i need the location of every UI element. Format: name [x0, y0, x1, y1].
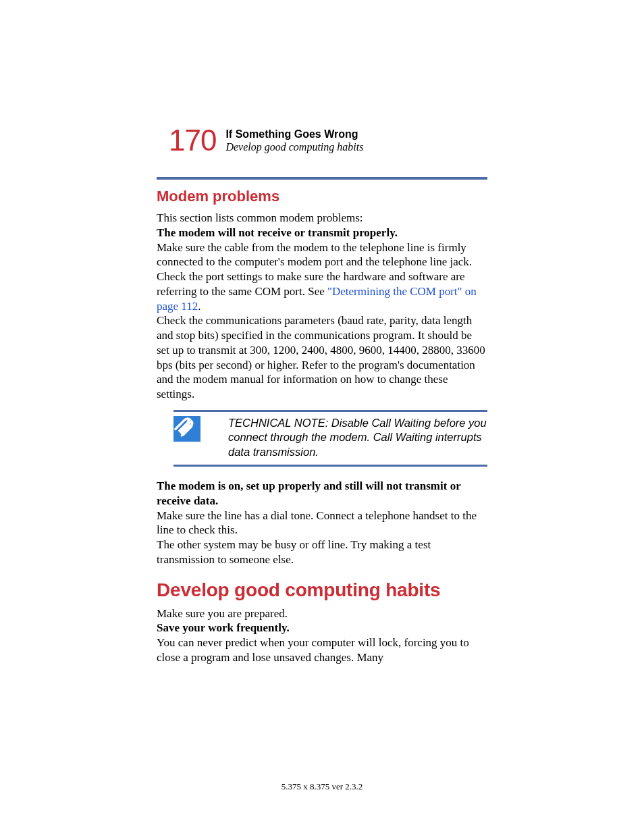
running-header: 170 If Something Goes Wrong Develop good…: [169, 126, 485, 155]
problem-title-2: The modem is on, set up properly and sti…: [157, 479, 487, 509]
page-content: Modem problems This section lists common…: [157, 177, 487, 665]
wrench-icon: [173, 416, 200, 442]
header-text-group: If Something Goes Wrong Develop good com…: [225, 128, 363, 153]
note-rule-bottom: [173, 465, 487, 467]
problem-2-para-2: The other system may be busy or off line…: [157, 538, 487, 567]
subheading-modem-problems: Modem problems: [157, 188, 487, 205]
problem-title-1: The modem will not receive or transmit p…: [157, 226, 487, 240]
problem-2-para-1: Make sure the line has a dial tone. Conn…: [157, 509, 487, 538]
problem-1-para-1: Make sure the cable from the modem to th…: [157, 240, 487, 270]
technical-note-block: TECHNICAL NOTE: Disable Call Waiting bef…: [173, 410, 487, 467]
major-heading-develop-habits: Develop good computing habits: [157, 579, 487, 601]
note-inner: TECHNICAL NOTE: Disable Call Waiting bef…: [173, 412, 487, 465]
save-work-para-1: You can never predict when your computer…: [157, 635, 487, 665]
technical-note-text: TECHNICAL NOTE: Disable Call Waiting bef…: [228, 416, 487, 459]
chapter-title: If Something Goes Wrong: [225, 128, 363, 140]
problem-1-para-3: Check the communications parameters (bau…: [157, 313, 487, 402]
section2-para-1: Make sure you are prepared.: [157, 606, 487, 621]
page-footer: 5.375 x 8.375 ver 2.3.2: [0, 781, 644, 792]
divider-rule: [157, 177, 487, 180]
document-page: 170 If Something Goes Wrong Develop good…: [0, 0, 644, 834]
page-number: 170: [169, 126, 216, 155]
section-hint: Develop good computing habits: [225, 141, 363, 153]
save-work-title: Save your work frequently.: [157, 621, 487, 635]
intro-paragraph: This section lists common modem problems…: [157, 211, 487, 226]
problem-1-para-2: Check the port settings to make sure the…: [157, 269, 487, 313]
para-2-text-b: .: [198, 300, 200, 313]
